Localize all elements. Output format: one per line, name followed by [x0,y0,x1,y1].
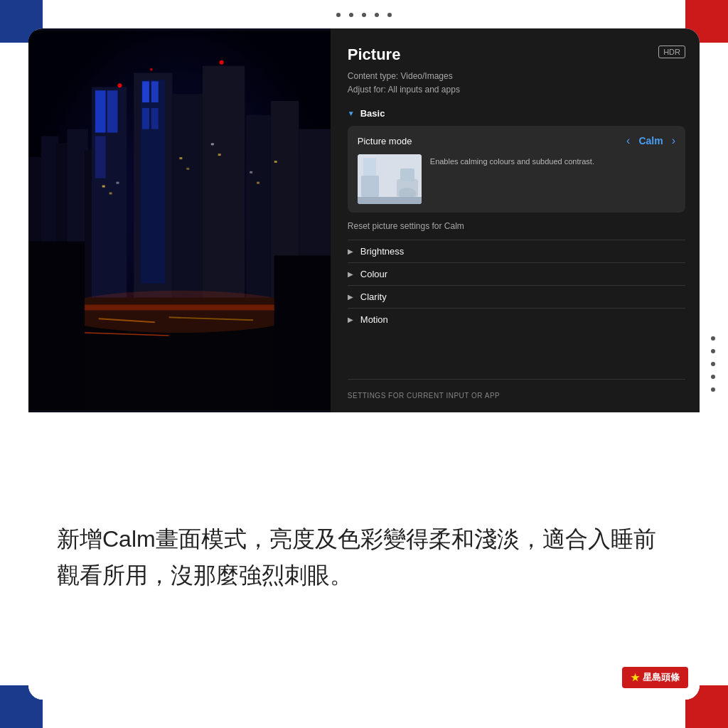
basic-section-label: ▼ Basic [348,108,685,119]
svg-rect-17 [173,94,204,297]
svg-rect-18 [203,66,245,305]
caption-text: 新增Calm畫面模式，亮度及色彩變得柔和淺淡，適合入睡前觀看所用，沒那麼強烈刺眼… [57,521,671,594]
picture-mode-label: Picture mode [358,136,412,146]
settings-item-motion[interactable]: ▶ Motion [348,308,685,331]
settings-item-clarity[interactable]: ▶ Clarity [348,285,685,308]
city-image [28,28,331,412]
motion-arrow-icon: ▶ [348,316,353,323]
picture-mode-controls: ‹ Calm › [626,134,675,147]
bottom-text-section: 新增Calm畫面模式，亮度及色彩變得柔和淺淡，適合入睡前觀看所用，沒那麼強烈刺眼… [28,412,700,700]
svg-rect-54 [358,197,422,204]
svg-rect-20 [142,81,149,102]
svg-rect-33 [218,154,221,156]
picture-mode-row: Picture mode ‹ Calm › [358,134,675,147]
section-arrow-icon: ▼ [348,109,355,117]
settings-title: Picture [348,46,401,64]
settings-subtitle: Content type: Video/Images Adjust for: A… [348,70,685,97]
svg-rect-21 [151,81,159,102]
svg-rect-35 [257,182,259,184]
hdr-badge: HDR [658,46,685,58]
svg-rect-14 [107,90,118,132]
svg-point-46 [150,68,153,71]
svg-point-45 [117,83,122,87]
settings-item-colour[interactable]: ▶ Colour [348,262,685,285]
main-card: Picture HDR Content type: Video/Images A… [28,28,700,700]
subtitle-line1: Content type: Video/Images [348,71,453,81]
preview-description: Enables calming colours and subdued cont… [430,154,594,168]
svg-rect-50 [363,158,376,176]
city-skyline-svg [28,28,331,412]
settings-header: Picture HDR [348,46,685,64]
basic-label: Basic [360,108,385,119]
brightness-label: Brightness [360,246,404,257]
brightness-arrow-icon: ▶ [348,247,353,255]
svg-rect-15 [95,136,106,178]
svg-rect-13 [95,90,106,132]
settings-footer: SETTINGS FOR CURRENT INPUT OR APP [348,379,685,401]
svg-rect-32 [211,143,214,145]
picture-mode-prev-button[interactable]: ‹ [626,134,630,147]
picture-mode-next-button[interactable]: › [672,134,675,147]
decorative-dots-top [336,13,392,17]
svg-rect-28 [109,192,112,194]
picture-mode-preview: Enables calming colours and subdued cont… [358,154,675,204]
preview-thumbnail [358,154,422,204]
subtitle-line2: Adjust for: All inputs and apps [348,85,460,95]
svg-rect-31 [186,168,189,170]
svg-rect-36 [274,161,277,163]
settings-panel: Picture HDR Content type: Video/Images A… [331,28,700,412]
svg-rect-43 [28,242,85,410]
svg-rect-52 [400,168,414,181]
picture-mode-card: Picture mode ‹ Calm › [348,126,685,213]
colour-arrow-icon: ▶ [348,270,353,278]
svg-rect-49 [361,176,379,197]
svg-rect-22 [142,108,149,129]
colour-label: Colour [360,269,387,279]
svg-rect-34 [250,171,252,173]
footer-text: SETTINGS FOR CURRENT INPUT OR APP [348,392,500,400]
brand-star-icon: ★ [631,672,640,683]
brand-logo: ★ 星島頭條 [622,667,688,688]
svg-rect-23 [151,108,159,129]
svg-rect-39 [70,305,288,311]
svg-rect-30 [179,157,182,159]
clarity-label: Clarity [360,291,387,302]
svg-rect-29 [116,182,119,184]
motion-label: Motion [360,314,388,325]
brand-name: 星島頭條 [643,671,680,684]
decorative-dots-right [711,336,715,392]
svg-point-47 [220,60,224,65]
reset-link[interactable]: Reset picture settings for Calm [348,221,685,231]
svg-rect-44 [274,255,331,410]
svg-point-38 [53,291,306,333]
picture-mode-value: Calm [638,135,663,146]
settings-item-brightness[interactable]: ▶ Brightness [348,240,685,262]
svg-rect-24 [246,115,271,305]
svg-rect-27 [102,186,105,188]
top-section: Picture HDR Content type: Video/Images A… [28,28,700,412]
clarity-arrow-icon: ▶ [348,293,353,301]
